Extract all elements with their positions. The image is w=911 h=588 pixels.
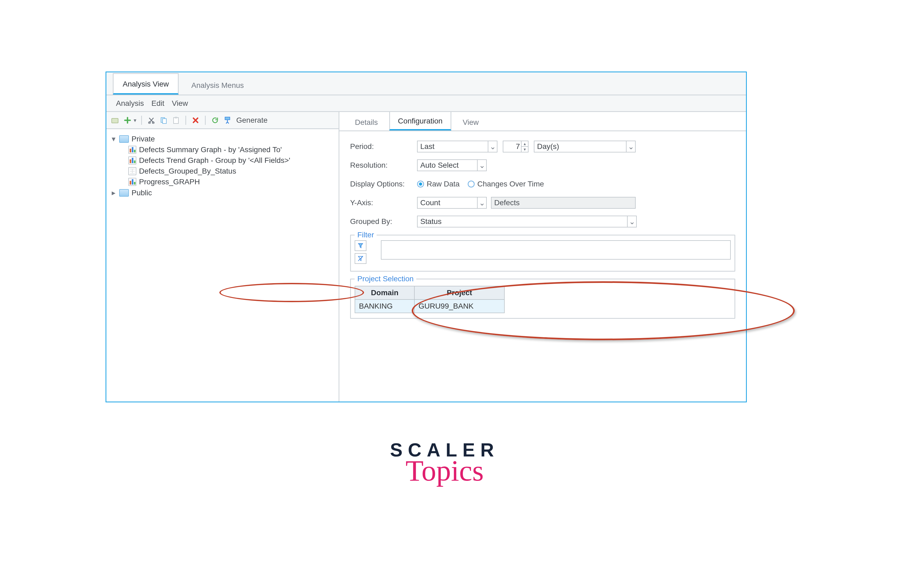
subtab-view[interactable]: View — [455, 113, 487, 131]
tab-label: Analysis Menus — [191, 81, 244, 89]
subtab-label: Configuration — [398, 117, 443, 125]
radio-label-raw: Raw Data — [427, 180, 460, 188]
select-value: Day(s) — [537, 142, 559, 151]
tree-label: Public — [131, 189, 152, 197]
label-resolution: Resolution: — [350, 161, 417, 170]
refresh-icon[interactable] — [210, 116, 220, 125]
spinner-period-count[interactable]: 7 ▴▾ — [503, 141, 528, 152]
row-resolution: Resolution: Auto Select ⌄ — [350, 159, 735, 171]
svg-rect-0 — [112, 118, 118, 123]
row-grouped-by: Grouped By: Status ⌄ — [350, 215, 735, 228]
add-dropdown-caret-icon[interactable]: ▾ — [134, 117, 136, 123]
tree-node-public[interactable]: ▸ Public — [110, 187, 335, 198]
right-pane: Details Configuration View Period: Last … — [339, 112, 746, 402]
radio-changes-over-time[interactable] — [468, 181, 475, 187]
legend-project-selection: Project Selection — [355, 275, 416, 283]
tree-item-progress-graph[interactable]: Progress_GRAPH — [110, 176, 335, 187]
generate-button[interactable]: Generate — [236, 116, 268, 124]
paste-icon[interactable] — [171, 116, 181, 125]
menu-edit[interactable]: Edit — [151, 99, 164, 108]
chevron-down-icon: ⌄ — [626, 141, 635, 152]
cell-project: GURU99_BANK — [414, 299, 504, 313]
tree-item[interactable]: Defects Trend Graph - Group by '<All Fie… — [110, 155, 335, 166]
report-icon — [128, 167, 136, 175]
fieldset-filter: Filter — [350, 235, 735, 271]
left-toolbar: ▾ — [107, 112, 339, 129]
filter-text[interactable] — [381, 240, 731, 260]
tab-label: Analysis View — [123, 80, 169, 88]
label-grouped-by: Grouped By: — [350, 217, 417, 226]
analysis-tree[interactable]: ▾ Private Defects Summary Graph - by 'As… — [107, 129, 339, 198]
left-pane: ▾ — [107, 112, 339, 402]
yaxis-of-field: Defects — [491, 197, 636, 209]
copy-icon[interactable] — [159, 116, 168, 125]
select-value: Status — [420, 217, 441, 226]
add-icon[interactable] — [123, 116, 132, 125]
subtab-details[interactable]: Details — [347, 113, 386, 131]
subtab-label: View — [463, 118, 479, 126]
tree-label: Defects Summary Graph - by 'Assigned To' — [139, 145, 282, 154]
spin-down-icon[interactable]: ▾ — [522, 147, 528, 152]
brand-logo: SCALER Topics — [390, 439, 499, 488]
delete-icon[interactable] — [191, 116, 200, 125]
spinner-value: 7 — [515, 142, 520, 151]
fieldset-project-selection: Project Selection Domain Project BANKING… — [350, 279, 735, 319]
tab-analysis-view[interactable]: Analysis View — [113, 73, 179, 95]
svg-rect-5 — [174, 118, 178, 123]
new-folder-icon[interactable] — [111, 116, 120, 125]
toolbar-separator — [205, 116, 206, 125]
svg-rect-6 — [174, 117, 177, 118]
legend-filter: Filter — [355, 231, 376, 239]
toolbar-separator — [141, 116, 142, 125]
brand-line2: Topics — [390, 454, 499, 488]
menu-view[interactable]: View — [172, 99, 188, 108]
tree-item[interactable]: Defects Summary Graph - by 'Assigned To' — [110, 144, 335, 155]
select-yaxis[interactable]: Count ⌄ — [417, 197, 487, 209]
folder-icon — [119, 189, 129, 197]
radio-label-changes: Changes Over Time — [477, 180, 544, 188]
chevron-down-icon: ⌄ — [477, 197, 486, 208]
select-period-unit[interactable]: Day(s) ⌄ — [534, 141, 636, 152]
col-project: Project — [414, 286, 504, 299]
spin-up-icon[interactable]: ▴ — [522, 141, 528, 147]
sub-tab-bar: Details Configuration View — [339, 112, 746, 131]
menu-bar: Analysis Edit View — [107, 95, 746, 112]
filter-clear-button[interactable] — [355, 253, 367, 264]
tree-label: Progress_GRAPH — [139, 178, 200, 186]
row-period: Period: Last ⌄ 7 ▴▾ Day(s) ⌄ — [350, 141, 735, 153]
filter-set-button[interactable] — [355, 240, 367, 251]
select-value: Count — [420, 199, 440, 207]
cut-icon[interactable] — [147, 116, 156, 125]
chevron-down-icon: ⌄ — [477, 160, 486, 171]
bar-chart-icon — [128, 157, 136, 165]
tree-label: Defects Trend Graph - Group by '<All Fie… — [139, 156, 290, 165]
toolbar-separator — [185, 116, 186, 125]
collapse-icon[interactable]: ▾ — [111, 134, 116, 143]
chevron-down-icon: ⌄ — [488, 141, 497, 152]
svg-rect-7 — [225, 117, 230, 120]
radio-raw-data[interactable] — [417, 181, 424, 187]
top-tab-bar: Analysis View Analysis Menus — [107, 72, 746, 95]
folder-icon — [119, 135, 129, 143]
tree-node-private[interactable]: ▾ Private — [110, 133, 335, 144]
select-value: Last — [420, 142, 435, 151]
cell-domain: BANKING — [355, 299, 414, 313]
bar-chart-icon — [128, 146, 136, 154]
col-domain: Domain — [355, 286, 414, 299]
subtab-configuration[interactable]: Configuration — [389, 111, 452, 131]
generate-icon[interactable] — [223, 116, 232, 125]
menu-analysis[interactable]: Analysis — [116, 99, 144, 108]
table-row[interactable]: BANKING GURU99_BANK — [355, 299, 504, 313]
svg-rect-4 — [163, 119, 166, 123]
expand-icon[interactable]: ▸ — [111, 188, 116, 197]
row-display-options: Display Options: Raw Data Changes Over T… — [350, 178, 735, 190]
row-yaxis: Y-Axis: Count ⌄ Defects — [350, 197, 735, 209]
select-resolution[interactable]: Auto Select ⌄ — [417, 159, 487, 171]
tree-item[interactable]: Defects_Grouped_By_Status — [110, 166, 335, 176]
bar-chart-icon — [128, 178, 136, 186]
tab-analysis-menus[interactable]: Analysis Menus — [181, 74, 254, 95]
select-grouped-by[interactable]: Status ⌄ — [417, 216, 637, 228]
select-period-type[interactable]: Last ⌄ — [417, 141, 497, 152]
label-yaxis: Y-Axis: — [350, 199, 417, 207]
chevron-down-icon: ⌄ — [627, 216, 636, 227]
